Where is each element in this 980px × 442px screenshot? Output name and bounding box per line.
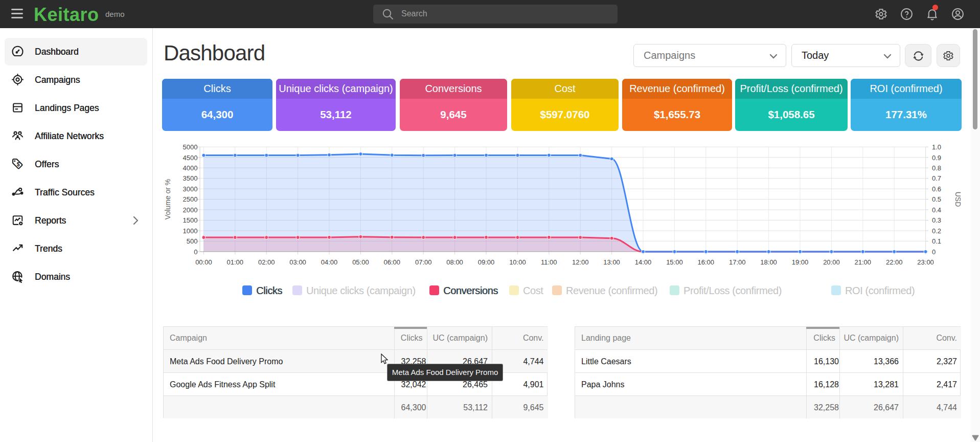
- svg-text:0.3: 0.3: [932, 216, 941, 224]
- svg-text:21:00: 21:00: [855, 258, 872, 266]
- svg-text:19:00: 19:00: [792, 258, 809, 266]
- svg-text:5000: 5000: [183, 143, 198, 151]
- svg-text:1500: 1500: [183, 216, 198, 224]
- svg-text:02:00: 02:00: [258, 258, 275, 266]
- svg-text:0.2: 0.2: [932, 227, 941, 235]
- svg-text:500: 500: [187, 237, 198, 245]
- svg-text:20:00: 20:00: [823, 258, 840, 266]
- svg-text:0.6: 0.6: [932, 185, 941, 193]
- svg-text:15:00: 15:00: [666, 258, 683, 266]
- svg-text:05:00: 05:00: [352, 258, 369, 266]
- svg-text:0: 0: [932, 248, 936, 256]
- svg-text:Volume or %: Volume or %: [164, 179, 172, 219]
- svg-text:07:00: 07:00: [415, 258, 432, 266]
- svg-text:16:00: 16:00: [698, 258, 715, 266]
- svg-text:00:00: 00:00: [195, 258, 212, 266]
- svg-text:2000: 2000: [183, 206, 198, 214]
- svg-text:0.4: 0.4: [932, 206, 941, 214]
- svg-text:14:00: 14:00: [635, 258, 652, 266]
- svg-text:0.7: 0.7: [932, 174, 941, 182]
- svg-text:0: 0: [194, 248, 197, 256]
- svg-text:11:00: 11:00: [541, 258, 557, 266]
- svg-text:10:00: 10:00: [509, 258, 526, 266]
- svg-text:12:00: 12:00: [572, 258, 589, 266]
- svg-text:2500: 2500: [183, 195, 198, 203]
- svg-text:09:00: 09:00: [478, 258, 495, 266]
- svg-text:04:00: 04:00: [321, 258, 338, 266]
- svg-text:0.1: 0.1: [932, 237, 941, 245]
- svg-text:08:00: 08:00: [446, 258, 463, 266]
- svg-text:22:00: 22:00: [886, 258, 903, 266]
- svg-text:$: $: [17, 162, 20, 167]
- svg-text:0.5: 0.5: [932, 195, 941, 203]
- svg-text:1.0: 1.0: [932, 143, 941, 151]
- svg-text:17:00: 17:00: [729, 258, 746, 266]
- svg-text:03:00: 03:00: [289, 258, 306, 266]
- svg-text:23:00: 23:00: [917, 258, 934, 266]
- svg-text:4000: 4000: [183, 164, 198, 172]
- svg-text:3000: 3000: [183, 185, 198, 193]
- svg-text:06:00: 06:00: [384, 258, 401, 266]
- svg-text:01:00: 01:00: [227, 258, 244, 266]
- svg-text:0.9: 0.9: [932, 154, 941, 162]
- svg-text:1000: 1000: [183, 227, 198, 235]
- svg-text:0.8: 0.8: [932, 164, 941, 172]
- svg-text:4500: 4500: [183, 154, 198, 162]
- svg-text:USD: USD: [954, 192, 962, 207]
- svg-text:3500: 3500: [183, 174, 198, 182]
- svg-text:18:00: 18:00: [760, 258, 777, 266]
- svg-text:13:00: 13:00: [603, 258, 620, 266]
